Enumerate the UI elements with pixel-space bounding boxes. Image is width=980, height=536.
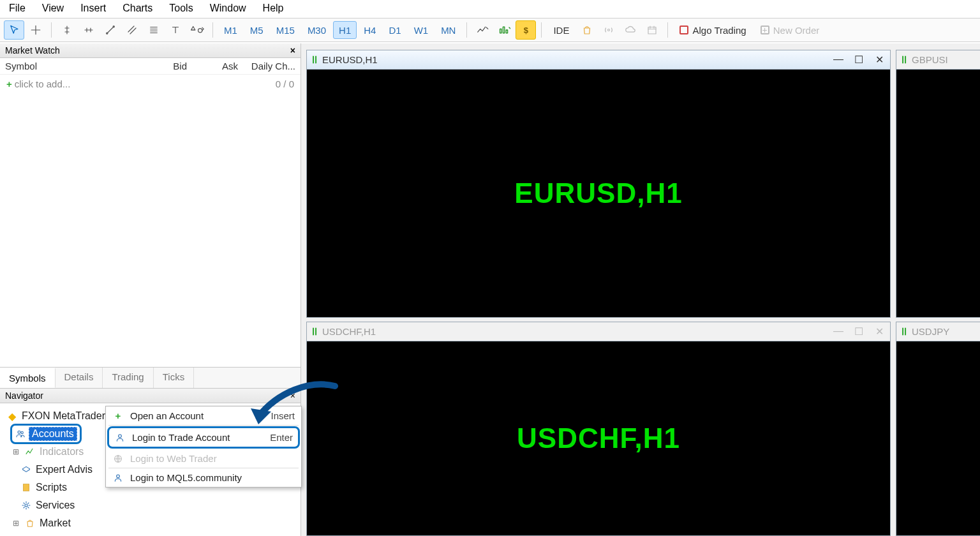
- timeframe-m1[interactable]: M1: [218, 21, 243, 39]
- cursor-tool[interactable]: [4, 20, 24, 40]
- timeframe-mn[interactable]: MN: [435, 21, 461, 39]
- toolbar: M1 M5 M15 M30 H1 H4 D1 W1 MN $ IDE Algo …: [0, 18, 980, 42]
- algo-trading-button[interactable]: Algo Trading: [673, 20, 752, 40]
- nav-root-label: FXON MetaTrader 5: [22, 410, 114, 422]
- ctx-web-label: Login to Web Trader: [130, 453, 217, 464]
- ctx-login-web-trader[interactable]: Login to Web Trader: [106, 449, 301, 468]
- tab-ticks[interactable]: Ticks: [154, 368, 194, 388]
- minimize-icon[interactable]: —: [833, 325, 844, 338]
- fibonacci-tool[interactable]: [144, 20, 164, 40]
- stop-icon: [679, 26, 688, 34]
- person-icon: [112, 473, 124, 483]
- plus-icon: +: [6, 78, 12, 89]
- vps-cloud-icon[interactable]: [620, 20, 641, 40]
- chart-canvas[interactable]: [896, 341, 980, 535]
- charts-area: ⅼⅼ EURUSD,H1 — ☐ ✕ EURUSD,H1 ⅼⅼ USDCHF,H…: [301, 43, 980, 536]
- timeframe-w1[interactable]: W1: [408, 21, 434, 39]
- candlestick-icon: ⅼⅼ: [902, 54, 907, 66]
- ctx-login-kb: Enter: [270, 432, 293, 443]
- new-order-label: New Order: [773, 25, 820, 36]
- calendar-icon[interactable]: [642, 20, 662, 40]
- col-daily-change[interactable]: Daily Ch...: [238, 61, 295, 71]
- market-watch-body: [0, 93, 301, 367]
- indicators-icon: [24, 447, 36, 457]
- col-bid[interactable]: Bid: [136, 61, 187, 71]
- close-icon[interactable]: ✕: [873, 54, 885, 66]
- menu-tools[interactable]: Tools: [169, 3, 193, 14]
- market-bag-icon[interactable]: [577, 20, 597, 40]
- close-icon[interactable]: ✕: [873, 325, 885, 338]
- minimize-icon[interactable]: —: [833, 54, 844, 66]
- expand-icon[interactable]: ⊞: [11, 447, 20, 456]
- svg-point-7: [18, 431, 20, 433]
- chart-overlay-label: EURUSD,H1: [514, 177, 682, 209]
- tab-details[interactable]: Details: [56, 368, 103, 388]
- ctx-open-account[interactable]: + Open an Account Insert: [106, 406, 301, 425]
- svg-point-5: [608, 29, 610, 31]
- ctx-login-mql5[interactable]: Login to MQL5.community: [106, 468, 301, 487]
- chart-titlebar[interactable]: ⅼⅼ GBPUSI: [896, 50, 980, 70]
- menu-insert[interactable]: Insert: [80, 3, 106, 14]
- channel-tool[interactable]: [122, 20, 142, 40]
- chart-titlebar[interactable]: ⅼⅼ USDCHF,H1 — ☐ ✕: [307, 322, 890, 341]
- nav-services-label: Services: [36, 500, 75, 511]
- market-watch-add-row[interactable]: +click to add... 0 / 0: [0, 75, 301, 93]
- dollar-icon[interactable]: $: [516, 20, 536, 40]
- svg-rect-4: [507, 30, 508, 33]
- chart-window-gbpusd[interactable]: ⅼⅼ GBPUSI: [896, 50, 980, 318]
- market-watch-counter: 0 / 0: [276, 78, 294, 89]
- svg-point-13: [117, 475, 120, 478]
- maximize-icon[interactable]: ☐: [853, 325, 865, 338]
- nav-market[interactable]: ⊞ Market: [6, 514, 297, 532]
- chart-canvas[interactable]: EURUSD,H1: [307, 70, 890, 317]
- timeframe-h4[interactable]: H4: [358, 21, 382, 39]
- menu-file[interactable]: File: [9, 3, 26, 14]
- timeframe-d1[interactable]: D1: [383, 21, 406, 39]
- expand-icon[interactable]: ⊞: [11, 519, 20, 528]
- chart-window-eurusd[interactable]: ⅼⅼ EURUSD,H1 — ☐ ✕ EURUSD,H1: [306, 50, 891, 318]
- bar-chart-icon[interactable]: [494, 20, 514, 40]
- vertical-line-tool[interactable]: [57, 20, 77, 40]
- menu-charts[interactable]: Charts: [122, 3, 152, 14]
- trendline-tool[interactable]: [100, 20, 121, 40]
- menu-help[interactable]: Help: [263, 3, 284, 14]
- menubar: File View Insert Charts Tools Window Hel…: [0, 0, 980, 18]
- separator-icon: [108, 425, 299, 426]
- tab-symbols[interactable]: Symbols: [0, 368, 56, 388]
- ctx-login-trade-account[interactable]: Login to Trade Account Enter: [107, 426, 300, 449]
- close-icon[interactable]: ×: [290, 391, 295, 401]
- timeframe-h1[interactable]: H1: [333, 21, 357, 39]
- menu-view[interactable]: View: [42, 3, 64, 14]
- svg-point-8: [21, 431, 23, 433]
- chart-window-usdchf[interactable]: ⅼⅼ USDCHF,H1 — ☐ ✕ USDCHF,H1: [306, 322, 891, 536]
- chart-titlebar[interactable]: ⅼⅼ USDJPY: [896, 322, 980, 341]
- crosshair-tool[interactable]: [26, 20, 46, 40]
- timeframe-m15[interactable]: M15: [271, 21, 301, 39]
- expert-icon: [20, 465, 32, 475]
- menu-window[interactable]: Window: [210, 3, 246, 14]
- shapes-tool-icon[interactable]: [187, 20, 207, 40]
- chart-canvas[interactable]: [896, 70, 980, 317]
- chart-titlebar[interactable]: ⅼⅼ EURUSD,H1 — ☐ ✕: [307, 50, 890, 70]
- timeframe-m5[interactable]: M5: [244, 21, 269, 39]
- line-chart-icon[interactable]: [472, 20, 493, 40]
- chart-title-label: GBPUSI: [912, 54, 948, 65]
- timeframe-m30[interactable]: M30: [302, 21, 332, 39]
- text-tool[interactable]: [165, 20, 186, 40]
- chart-title-label: USDJPY: [912, 326, 949, 337]
- maximize-icon[interactable]: ☐: [853, 54, 865, 66]
- col-symbol[interactable]: Symbol: [5, 61, 136, 71]
- market-watch-tabs: Symbols Details Trading Ticks: [0, 367, 301, 388]
- col-ask[interactable]: Ask: [187, 61, 238, 71]
- signals-icon[interactable]: [598, 20, 619, 40]
- nav-services[interactable]: Services: [6, 496, 297, 514]
- click-to-add-label: click to add...: [15, 78, 71, 89]
- chart-window-usdjpy[interactable]: ⅼⅼ USDJPY: [896, 322, 980, 536]
- ide-button[interactable]: IDE: [547, 20, 575, 40]
- close-icon[interactable]: ×: [290, 45, 295, 56]
- chart-canvas[interactable]: USDCHF,H1: [307, 341, 890, 535]
- ctx-open-label: Open an Account: [130, 410, 204, 421]
- tab-trading[interactable]: Trading: [103, 368, 153, 388]
- horizontal-line-tool[interactable]: [78, 20, 99, 40]
- new-order-button[interactable]: +New Order: [754, 20, 826, 40]
